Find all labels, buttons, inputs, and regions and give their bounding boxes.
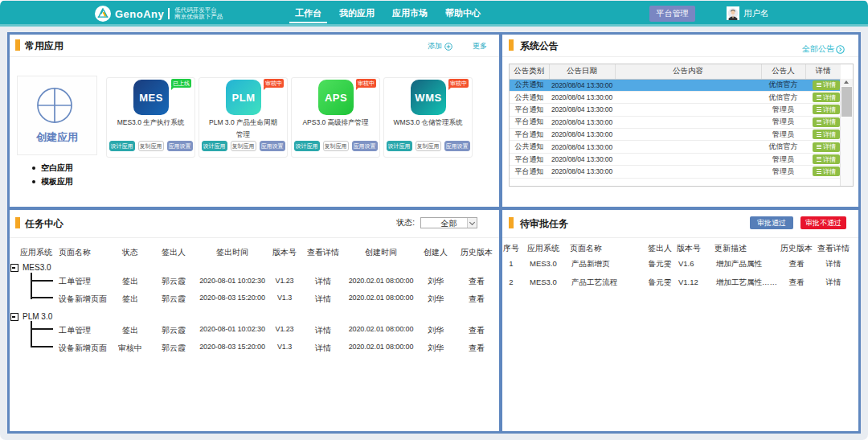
app-settings-button[interactable]: 应用设置 — [260, 141, 285, 151]
cell: 2020-08-03 15:20:00 — [199, 294, 265, 302]
nav-item-app-market[interactable]: 应用市场 — [383, 1, 436, 26]
reject-button[interactable]: 审批不通过 — [800, 216, 846, 229]
announcement-row[interactable]: 平台通知2020/08/04 13:30:00管理员 详情 — [510, 129, 841, 141]
column-header: 历史版本 — [780, 243, 813, 254]
task-detail-link[interactable]: 详情 — [315, 276, 331, 287]
copy-app-button[interactable]: 复制应用 — [231, 141, 256, 151]
all-announcements-link[interactable]: 全部公告 — [802, 43, 845, 55]
announcement-row[interactable]: 平台通知2020/08/04 13:30:00管理员 详情 — [510, 116, 841, 128]
tree-collapse-icon[interactable] — [10, 264, 18, 272]
platform-admin-button[interactable]: 平台管理 — [649, 6, 695, 22]
approve-button[interactable]: 审批通过 — [750, 216, 793, 229]
announcement-row[interactable]: 公共通知2020/08/04 13:30:00优倍官方 详情 — [510, 91, 841, 103]
create-app-card[interactable]: 创建应用 — [17, 76, 97, 155]
task-history-link[interactable]: 查看 — [469, 294, 485, 305]
design-app-button[interactable]: 设计应用 — [109, 141, 135, 151]
table-scrollbar[interactable] — [840, 79, 853, 186]
app-settings-button[interactable]: 应用设置 — [167, 141, 193, 151]
column-header: 更新描述 — [714, 243, 747, 254]
tree-group-label[interactable]: PLM 3.0 — [23, 312, 52, 321]
task-history-link[interactable]: 查看 — [469, 325, 485, 336]
scrollbar-thumb[interactable] — [841, 87, 852, 117]
announcement-row[interactable]: 公共通知2020/08/04 13:30:00优倍官方 详情 — [510, 79, 841, 91]
cell: 签出 — [122, 325, 138, 336]
cell: V1.23 — [275, 277, 293, 285]
detail-button[interactable]: 详情 — [813, 105, 840, 114]
add-app-link[interactable]: 添加 — [428, 41, 452, 51]
announcement-row[interactable]: 平台通知2020/08/04 13:30:00管理员 详情 — [510, 153, 841, 165]
detail-button[interactable]: 详情 — [813, 142, 840, 152]
design-app-button[interactable]: 设计应用 — [294, 141, 320, 151]
app-card-aps[interactable]: APS 审核中 APS3.0 高级排产管理 设计应用 复制应用 应用设置 — [291, 77, 380, 158]
more-link[interactable]: 更多 — [473, 41, 487, 51]
scrollbar-up-arrow[interactable] — [841, 79, 853, 86]
cell: 详情 — [805, 153, 841, 165]
table-header-row: 公告类别 公告日期 公告内容 公告人 详情 — [510, 64, 841, 79]
header-divider — [502, 237, 858, 238]
list-item-template-app[interactable]: 模板应用 — [32, 175, 73, 188]
approvals-table-columns: 序号 应用系统 页面名称 签出人 版本号 更新描述 历史版本 查看详情 — [502, 243, 858, 253]
common-apps-title: 常用应用 — [25, 39, 63, 53]
approval-history-link[interactable]: 查看 — [789, 259, 805, 269]
header-accent-bar — [509, 217, 514, 228]
app-card-wms[interactable]: WMS 审核中 WMS3.0 仓储管理系统 设计应用 复制应用 应用设置 — [383, 77, 473, 158]
tree-collapse-icon[interactable] — [10, 313, 18, 321]
detail-button[interactable]: 详情 — [813, 130, 840, 139]
app-actions: 设计应用 复制应用 应用设置 — [292, 141, 379, 151]
column-header: 公告类别 — [510, 64, 549, 79]
approval-row[interactable]: 1 MES3.0 产品新增页 鲁元雯 V1.6 增加产品属性 查看 详情 — [502, 259, 858, 269]
task-detail-link[interactable]: 详情 — [315, 294, 331, 305]
detail-button[interactable]: 详情 — [813, 154, 840, 164]
app-settings-button[interactable]: 应用设置 — [444, 141, 470, 151]
cell — [615, 104, 761, 116]
cell: 2020/08/04 13:30:00 — [549, 141, 615, 153]
copy-app-button[interactable]: 复制应用 — [323, 141, 349, 151]
detail-button[interactable]: 详情 — [813, 167, 840, 176]
approval-detail-link[interactable]: 详情 — [826, 259, 841, 269]
announcement-row[interactable]: 公共通知2020/08/04 13:30:00优倍官方 详情 — [510, 141, 841, 153]
cell: 工单管理 — [59, 325, 91, 336]
announcement-row[interactable]: 平台通知2020/08/04 13:30:00管理员 详情 — [510, 166, 841, 178]
cell: 郭云霞 — [162, 294, 186, 305]
task-detail-link[interactable]: 详情 — [315, 325, 331, 336]
approval-detail-link[interactable]: 详情 — [826, 278, 841, 288]
tree-line — [31, 328, 53, 330]
task-detail-link[interactable]: 详情 — [315, 343, 331, 354]
nav-item-my-apps[interactable]: 我的应用 — [330, 1, 383, 26]
page: GenoAny 低代码开发平台 南京优倍旗下产品 工作台 我的应用 应用市场 帮… — [0, 0, 868, 440]
cell: 郭云霞 — [162, 276, 186, 287]
nav-item-help-center[interactable]: 帮助中心 — [436, 1, 489, 26]
design-app-button[interactable]: 设计应用 — [202, 141, 227, 151]
list-item-blank-app[interactable]: 空白应用 — [32, 161, 73, 175]
cell: 2020/08/04 13:30:00 — [549, 79, 615, 91]
design-app-button[interactable]: 设计应用 — [387, 141, 412, 151]
cell: 2020.02.01 08:00:00 — [349, 294, 414, 302]
app-settings-button[interactable]: 应用设置 — [352, 141, 378, 151]
copy-app-button[interactable]: 复制应用 — [138, 141, 164, 151]
tree-line — [31, 346, 53, 347]
detail-button[interactable]: 详情 — [813, 80, 840, 90]
task-history-link[interactable]: 查看 — [469, 276, 485, 287]
cell: 详情 — [805, 91, 841, 103]
user-avatar[interactable] — [727, 6, 739, 20]
app-card-mes[interactable]: MES 已上线 MES3.0 生产执行系统 设计应用 复制应用 应用设置 — [106, 77, 195, 158]
app-card-plm[interactable]: PLM 审核中 PLM 3.0 产品生命周期管理 设计应用 复制应用 应用设置 — [199, 77, 288, 158]
task-history-link[interactable]: 查看 — [469, 343, 485, 354]
column-header: 详情 — [805, 64, 841, 79]
username[interactable]: 用户名 — [743, 8, 769, 19]
copy-app-button[interactable]: 复制应用 — [416, 141, 441, 151]
list-icon — [817, 157, 821, 162]
nav-item-workbench[interactable]: 工作台 — [286, 1, 330, 26]
approval-history-link[interactable]: 查看 — [789, 278, 805, 288]
approval-row[interactable]: 2 MES3.0 产品工艺流程 鲁元雯 V1.12 增加工艺属性…… 查看 详情 — [502, 278, 858, 287]
panel-announcements: 系统公告 全部公告 公告类别 公告日期 公告内容 公告人 详情 — [501, 35, 858, 208]
cell: 2020.02.01 08:00:00 — [349, 325, 414, 333]
announcement-row[interactable]: 平台通知2020/08/04 13:30:00管理员 详情 — [510, 104, 841, 116]
panel-header-links: 添加 更多 — [428, 41, 487, 51]
detail-button[interactable]: 详情 — [813, 117, 840, 127]
cell: 优倍官方 — [761, 91, 805, 103]
cell: MES3.0 — [530, 278, 557, 286]
tree-group-label[interactable]: MES3.0 — [23, 263, 51, 272]
main-grid: 常用应用 添加 更多 创建应用 — [7, 32, 861, 434]
detail-button[interactable]: 详情 — [813, 93, 840, 102]
